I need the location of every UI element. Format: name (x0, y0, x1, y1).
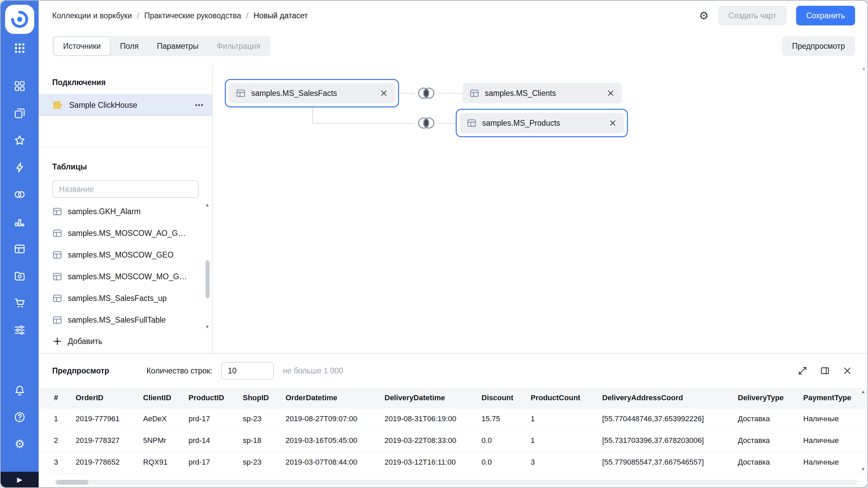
table-row: 2 2019-778327 5NPMr prd-14 sp-18 2019-03… (39, 430, 867, 451)
remove-node-icon[interactable] (379, 89, 388, 98)
table-cell: prd-14 (189, 430, 243, 451)
sources-canvas: samples.MS_SalesFacts samples.MS_Clients… (214, 64, 867, 353)
rail-nav (12, 78, 28, 338)
table-cell: [55.731703396,37.678203006] (602, 430, 738, 451)
row-count-hint: не больше 1 000 (283, 366, 343, 375)
tab-sources[interactable]: Источники (54, 37, 110, 56)
table-icon (469, 88, 479, 98)
list-scroll-up-icon[interactable]: ▲ (205, 202, 210, 207)
rail-bottom: ⚙ (12, 382, 28, 452)
table-cell: 2 (39, 430, 76, 451)
inner-join-icon[interactable] (414, 85, 438, 101)
marketplace-cart-icon[interactable] (12, 295, 28, 311)
connections-bolt-icon[interactable] (12, 159, 28, 176)
help-icon[interactable] (12, 409, 28, 425)
connection-more-menu-icon[interactable] (194, 100, 204, 110)
table-cell: 2019-03-22T08:33:00 (384, 430, 481, 451)
column-header: ClientID (143, 388, 189, 408)
datasets-venn-icon[interactable] (12, 186, 28, 203)
table-list-item[interactable]: samples.MS_MOSCOW_AO_G… (39, 222, 212, 244)
table-cell: Доставка (738, 430, 803, 451)
list-scrollbar-thumb[interactable] (205, 260, 210, 298)
horizontal-scrollbar-thumb[interactable] (56, 480, 88, 485)
preview-header: Предпросмотр Количество строк: не больше… (39, 354, 867, 388)
tab-filtering[interactable]: Фильтрация (208, 36, 270, 56)
table-icon (52, 293, 62, 303)
column-header: DeliveryAddressCoord (602, 388, 738, 408)
remove-node-icon[interactable] (606, 89, 615, 98)
dashboards-icon[interactable] (12, 78, 28, 94)
node-label: samples.MS_Products (482, 119, 560, 128)
preview-panel: Предпросмотр Количество строк: не больше… (39, 353, 867, 487)
canvas-scroll-up-icon[interactable]: ▲ (862, 66, 866, 71)
preview-scroll-down-icon[interactable]: ▼ (861, 467, 865, 472)
datalens-logo[interactable] (5, 5, 34, 34)
preview-scroll-up-icon[interactable]: ▲ (861, 389, 865, 394)
tables-icon[interactable] (12, 241, 28, 257)
breadcrumb: Коллекции и воркбуки / Практические руко… (52, 11, 308, 20)
clickhouse-icon (52, 100, 63, 110)
charts-icon[interactable] (12, 214, 28, 230)
column-header: OrderDatetime (285, 388, 384, 408)
collapse-sidebar-button[interactable]: ▶ (1, 472, 39, 487)
apps-grid-icon[interactable] (12, 40, 28, 56)
header-actions: ⚙ Создать чарт Сохранить (699, 6, 855, 25)
table-cell: 3 (531, 451, 602, 473)
table-cell: sp-23 (243, 408, 285, 430)
inner-join-icon[interactable] (414, 115, 438, 131)
source-node-clients[interactable]: samples.MS_Clients (462, 83, 622, 103)
connector-line (438, 123, 456, 124)
source-node-products[interactable]: samples.MS_Products (460, 113, 624, 133)
table-name: samples.MS_MOSCOW_GEO (68, 250, 174, 260)
table-list-item[interactable]: samples.MS_SalesFullTable (39, 309, 212, 331)
table-row: 1 2019-777961 AeDeX prd-17 sp-23 2019-08… (39, 408, 867, 430)
node-selection-outline: samples.MS_SalesFacts (225, 79, 399, 107)
preview-toggle-button[interactable]: Предпросмотр (782, 36, 855, 56)
table-list-item[interactable]: samples.MS_MOSCOW_GEO (39, 244, 212, 266)
table-list-item[interactable]: samples.GKH_Alarm (39, 201, 212, 222)
horizontal-scrollbar[interactable] (54, 480, 858, 485)
table-icon (467, 118, 477, 128)
connection-item-sample-clickhouse[interactable]: Sample ClickHouse (39, 94, 212, 116)
table-list-item[interactable]: samples.MS_SalesFacts_up (39, 287, 212, 309)
connector-line (398, 93, 415, 94)
dataset-settings-gear-icon[interactable]: ⚙ (699, 10, 709, 21)
table-cell: AeDeX (143, 408, 189, 430)
settings-gear-icon[interactable]: ⚙ (12, 436, 28, 452)
collections-icon[interactable] (12, 105, 28, 121)
tab-parameters[interactable]: Параметры (148, 36, 208, 56)
column-header: ProductID (189, 388, 243, 408)
connection-name: Sample ClickHouse (69, 101, 137, 110)
notifications-bell-icon[interactable] (12, 382, 28, 399)
close-preview-icon[interactable] (842, 366, 852, 376)
add-table-button[interactable]: Добавить (52, 336, 212, 346)
create-chart-button[interactable]: Создать чарт (718, 6, 786, 25)
node-label: samples.MS_Clients (485, 89, 556, 98)
table-cell: Наличные (803, 451, 867, 473)
table-list-item[interactable]: samples.MS_MOSCOW_MO_G… (39, 266, 212, 287)
remove-node-icon[interactable] (608, 119, 617, 127)
breadcrumb-workbook[interactable]: Практические руководства (144, 11, 241, 20)
app-window: ⚙ ▶ Коллекции и воркбуки / Практические … (0, 0, 868, 488)
favorites-star-icon[interactable] (12, 132, 28, 148)
table-cell: 2019-03-12T16:11:00 (384, 451, 481, 473)
save-button[interactable]: Сохранить (796, 6, 855, 25)
connections-panel: Подключения Sample ClickHouse Таблицы (39, 64, 213, 353)
table-cell: prd-17 (189, 451, 243, 473)
table-row: 3 2019-778652 RQX91 prd-17 sp-23 2019-03… (39, 451, 867, 473)
table-cell: 0.0 (481, 451, 531, 473)
table-cell: 5NPMr (143, 430, 189, 451)
list-scroll-down-icon[interactable]: ▼ (205, 324, 210, 329)
source-node-salesfacts[interactable]: samples.MS_SalesFacts (229, 83, 395, 103)
table-search-input[interactable] (52, 180, 199, 198)
tab-fields[interactable]: Поля (111, 36, 148, 56)
breadcrumb-collections[interactable]: Коллекции и воркбуки (52, 11, 132, 20)
dock-panel-icon[interactable] (820, 366, 830, 376)
row-count-input[interactable] (221, 362, 274, 380)
services-sliders-icon[interactable] (12, 322, 28, 338)
expand-preview-icon[interactable] (797, 366, 808, 376)
column-header: DeliveryDatetime (384, 388, 481, 408)
table-icon (236, 88, 246, 98)
table-cell: 3 (39, 451, 76, 473)
storage-folder-icon[interactable] (12, 268, 28, 284)
